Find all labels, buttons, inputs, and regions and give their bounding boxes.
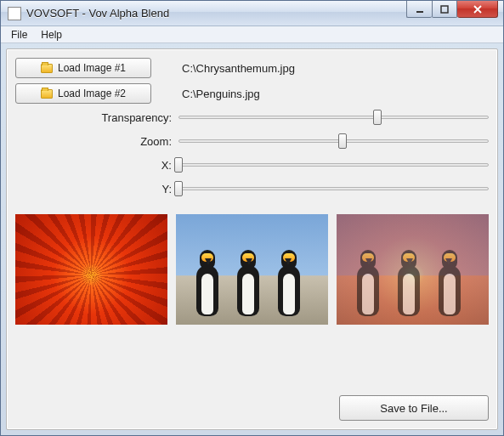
- x-row: X:: [15, 156, 489, 173]
- penguin-icon: [193, 248, 222, 316]
- save-row: Save to File...: [15, 383, 489, 421]
- save-label: Save to File...: [380, 402, 447, 415]
- x-label: X:: [15, 159, 178, 172]
- preview-image-2: [176, 214, 328, 325]
- slider-thumb[interactable]: [174, 157, 183, 173]
- load-image-2-label: Load Image #2: [58, 88, 126, 99]
- image-1-path: C:\Chrysanthemum.jpg: [182, 62, 295, 75]
- zoom-label: Zoom:: [15, 135, 178, 148]
- y-label: Y:: [15, 183, 178, 195]
- slider-thumb[interactable]: [338, 133, 347, 149]
- svg-rect-1: [441, 6, 448, 13]
- slider-groove: [178, 116, 489, 119]
- transparency-slider[interactable]: [178, 109, 489, 126]
- preview-blended: [337, 214, 489, 325]
- load-row-2: Load Image #2 C:\Penguins.jpg: [15, 83, 489, 104]
- menu-file[interactable]: File: [4, 27, 34, 42]
- transparency-row: Transparency:: [15, 109, 489, 126]
- load-image-1-button[interactable]: Load Image #1: [15, 58, 151, 78]
- maximize-icon: [439, 4, 450, 14]
- preview-image-1: [15, 214, 167, 325]
- y-row: Y:: [15, 180, 489, 197]
- x-slider[interactable]: [178, 156, 489, 173]
- folder-icon: [41, 89, 53, 99]
- client-area: Load Image #1 C:\Chrysanthemum.jpg Load …: [6, 48, 498, 430]
- close-button[interactable]: [457, 1, 498, 18]
- penguin-icon: [275, 248, 303, 316]
- folder-icon: [41, 64, 53, 73]
- menubar: File Help: [1, 26, 503, 43]
- slider-thumb[interactable]: [174, 181, 183, 196]
- slider-groove: [178, 187, 489, 190]
- zoom-row: Zoom:: [15, 133, 489, 150]
- zoom-slider[interactable]: [178, 133, 489, 150]
- window-controls: [406, 1, 503, 25]
- titlebar[interactable]: VOVSOFT - Vov Alpha Blend: [1, 1, 503, 26]
- penguin-icon: [435, 248, 464, 316]
- load-image-1-label: Load Image #1: [58, 62, 126, 74]
- slider-groove: [178, 139, 489, 143]
- minimize-button[interactable]: [406, 1, 432, 18]
- maximize-button[interactable]: [432, 1, 457, 18]
- penguin-icon: [394, 248, 423, 316]
- slider-thumb[interactable]: [373, 110, 382, 125]
- slider-groove: [178, 163, 489, 167]
- close-icon: [473, 4, 483, 14]
- image-2-path: C:\Penguins.jpg: [182, 88, 260, 100]
- window-title: VOVSOFT - Vov Alpha Blend: [26, 7, 406, 20]
- save-to-file-button[interactable]: Save to File...: [339, 395, 489, 421]
- load-image-2-button[interactable]: Load Image #2: [15, 83, 151, 104]
- preview-strip: [15, 214, 489, 325]
- app-icon: [8, 7, 21, 20]
- penguin-icon: [354, 248, 382, 316]
- minimize-icon: [415, 4, 425, 14]
- load-row-1: Load Image #1 C:\Chrysanthemum.jpg: [15, 58, 489, 78]
- transparency-label: Transparency:: [15, 111, 178, 124]
- svg-rect-0: [416, 11, 423, 13]
- penguin-icon: [234, 248, 263, 316]
- menu-help[interactable]: Help: [34, 27, 69, 42]
- app-window: VOVSOFT - Vov Alpha Blend File Help Load…: [0, 0, 504, 436]
- y-slider[interactable]: [178, 180, 489, 197]
